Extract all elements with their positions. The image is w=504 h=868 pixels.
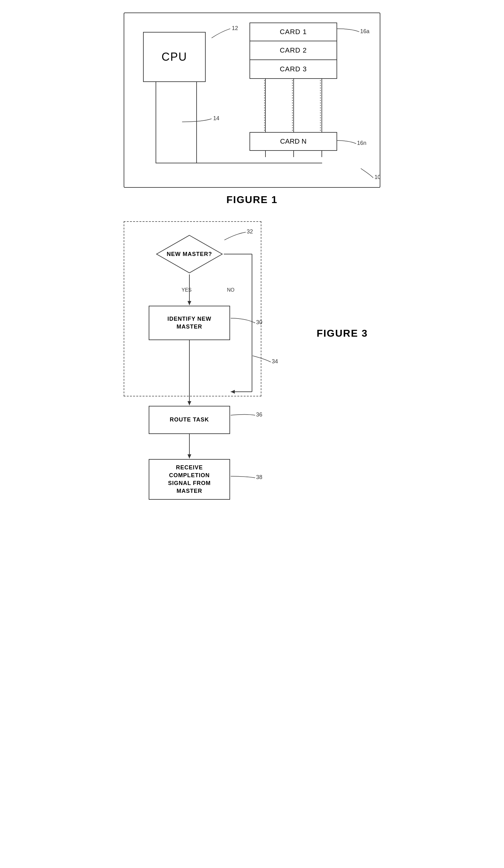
figure3-caption: FIGURE 3 <box>317 328 368 339</box>
receive-box: RECEIVECOMPLETIONSIGNAL FROMMASTER <box>149 459 230 500</box>
svg-marker-20 <box>187 454 191 458</box>
cpu-box: CPU <box>143 32 206 82</box>
diamond-shape <box>155 234 224 275</box>
cards-column: CARD 1 CARD 2 CARD 3 <box>249 22 337 79</box>
flowchart: NEW MASTER? IDENTIFY NEWMASTER ROUTE TAS… <box>124 221 380 503</box>
card2-box: CARD 2 <box>249 41 337 60</box>
svg-text:16n: 16n <box>357 140 367 146</box>
svg-text:38: 38 <box>256 474 262 480</box>
cpu-label: CPU <box>162 50 187 63</box>
figure1-box: CPU CARD 1 CARD 2 CARD 3 CARD N <box>124 12 380 188</box>
svg-text:34: 34 <box>272 358 278 364</box>
cardn-label: CARD N <box>280 137 307 145</box>
bus-line-left <box>156 82 156 163</box>
svg-text:14: 14 <box>213 115 219 121</box>
receive-label: RECEIVECOMPLETIONSIGNAL FROMMASTER <box>168 464 211 495</box>
bus-line-bottom-left <box>156 163 197 163</box>
card3-label: CARD 3 <box>280 65 307 73</box>
route-box: ROUTE TASK <box>149 406 230 434</box>
svg-marker-18 <box>187 401 191 405</box>
bus-line-bottom-main <box>196 163 322 163</box>
identify-box: IDENTIFY NEWMASTER <box>149 306 230 340</box>
svg-text:12: 12 <box>232 25 238 31</box>
card1-label: CARD 1 <box>280 28 307 36</box>
svg-marker-8 <box>156 235 222 273</box>
svg-text:36: 36 <box>256 412 262 418</box>
bus-line-right <box>196 82 197 163</box>
figure3-container: NEW MASTER? IDENTIFY NEWMASTER ROUTE TAS… <box>124 221 380 503</box>
figure1-caption: FIGURE 1 <box>124 194 380 206</box>
card3-box: CARD 3 <box>249 60 337 79</box>
identify-label: IDENTIFY NEWMASTER <box>167 315 212 331</box>
svg-text:10: 10 <box>374 174 380 180</box>
card2-label: CARD 2 <box>280 46 307 54</box>
route-label: ROUTE TASK <box>170 416 209 424</box>
cardn-box: CARD N <box>249 132 337 151</box>
card1-box: CARD 1 <box>249 22 337 41</box>
figure1-container: CPU CARD 1 CARD 2 CARD 3 CARD N <box>124 12 380 206</box>
svg-text:16a: 16a <box>360 28 370 34</box>
